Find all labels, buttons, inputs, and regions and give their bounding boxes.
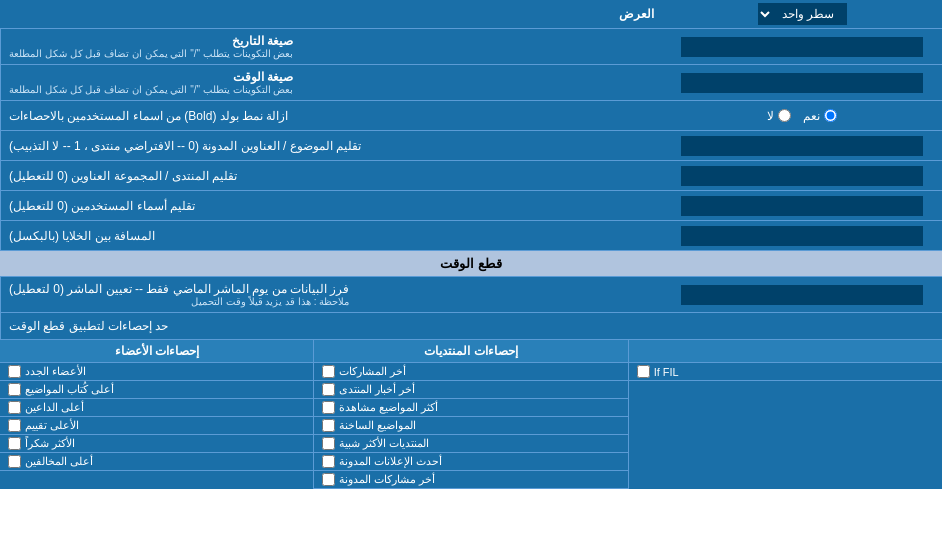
- filter-input[interactable]: 0: [681, 285, 922, 305]
- username-trim-label: تقليم أسماء المستخدمين (0 للتعطيل): [0, 191, 662, 220]
- cb-col2-item0[interactable]: أخر المشاركات: [314, 363, 627, 381]
- cb-col1-item5[interactable]: أعلى المخالفين: [0, 453, 313, 471]
- time-format-label: صيغة الوقت بعض التكوينات يتطلب "/" التي …: [0, 65, 662, 100]
- cb-col2-item3[interactable]: المواضيع الساخنة: [314, 417, 627, 435]
- cb-col1-check4[interactable]: [8, 437, 21, 450]
- cb-col1-check2[interactable]: [8, 401, 21, 414]
- date-format-label: صيغة التاريخ بعض التكوينات يتطلب "/" الت…: [0, 29, 662, 64]
- col2-header: إحصاءات المنتديات: [313, 340, 627, 362]
- display-mode-select[interactable]: سطر واحد: [758, 3, 847, 25]
- cb-col1-item0[interactable]: الأعضاء الجدد: [0, 363, 313, 381]
- cb-col1-check0[interactable]: [8, 365, 21, 378]
- cell-spacing-label: المسافة بين الخلايا (بالبكسل): [0, 221, 662, 250]
- subject-trim-label: تقليم الموضوع / العناوين المدونة (0 -- ا…: [0, 131, 662, 160]
- cb-col2-item4[interactable]: المنتديات الأكثر شبية: [314, 435, 627, 453]
- time-format-input[interactable]: H:i: [681, 73, 922, 93]
- cb-col2-check1[interactable]: [322, 383, 335, 396]
- cb-col2-check0[interactable]: [322, 365, 335, 378]
- date-format-input[interactable]: d-m: [681, 37, 922, 57]
- bold-radio-yes[interactable]: نعم: [803, 109, 837, 123]
- realtime-section-header: قطع الوقت: [0, 251, 942, 277]
- cb-col1-check3[interactable]: [8, 419, 21, 432]
- cb-col1-check5[interactable]: [8, 455, 21, 468]
- limits-label: حد إحصاءات لتطبيق قطع الوقت: [0, 313, 942, 339]
- checkbox-col2: أخر المشاركات أخر أخبار المنتدى أكثر الم…: [313, 363, 627, 489]
- cb-col2-check6[interactable]: [322, 473, 335, 486]
- cb-col2-check2[interactable]: [322, 401, 335, 414]
- cb-col3-item0[interactable]: If FIL: [629, 363, 942, 381]
- cb-col2-item1[interactable]: أخر أخبار المنتدى: [314, 381, 627, 399]
- cb-col1-item1[interactable]: أعلى كُتاب المواضيع: [0, 381, 313, 399]
- cb-col2-item6[interactable]: أخر مشاركات المدونة: [314, 471, 627, 489]
- checkbox-col1: الأعضاء الجدد أعلى كُتاب المواضيع أعلى ا…: [0, 363, 313, 489]
- cb-col2-item2[interactable]: أكثر المواضيع مشاهدة: [314, 399, 627, 417]
- username-trim-input[interactable]: 0: [681, 196, 922, 216]
- col1-header: إحصاءات الأعضاء: [0, 340, 313, 362]
- cb-col1-item3[interactable]: الأعلى تقييم: [0, 417, 313, 435]
- cb-col3-check0[interactable]: [637, 365, 650, 378]
- forum-trim-input[interactable]: 33: [681, 166, 922, 186]
- cb-col2-check3[interactable]: [322, 419, 335, 432]
- bold-label: ازالة نمط بولد (Bold) من اسماء المستخدمي…: [0, 101, 662, 130]
- subject-trim-input[interactable]: 33: [681, 136, 922, 156]
- bold-radio-no[interactable]: لا: [767, 109, 791, 123]
- col3-header: [628, 340, 942, 362]
- cell-spacing-input[interactable]: 2: [681, 226, 922, 246]
- checkbox-col3: If FIL: [628, 363, 942, 489]
- forum-trim-label: تقليم المنتدى / المجموعة العناوين (0 للت…: [0, 161, 662, 190]
- cb-col2-check5[interactable]: [322, 455, 335, 468]
- filter-label: فرز البيانات من يوم الماشر الماضي فقط --…: [0, 277, 662, 312]
- cb-col2-item5[interactable]: أحدث الإعلانات المدونة: [314, 453, 627, 471]
- cb-col1-item4[interactable]: الأكثر شكراً: [0, 435, 313, 453]
- display-label: العرض: [0, 2, 662, 26]
- cb-col1-check1[interactable]: [8, 383, 21, 396]
- cb-col1-item2[interactable]: أعلى الداعين: [0, 399, 313, 417]
- cb-col2-check4[interactable]: [322, 437, 335, 450]
